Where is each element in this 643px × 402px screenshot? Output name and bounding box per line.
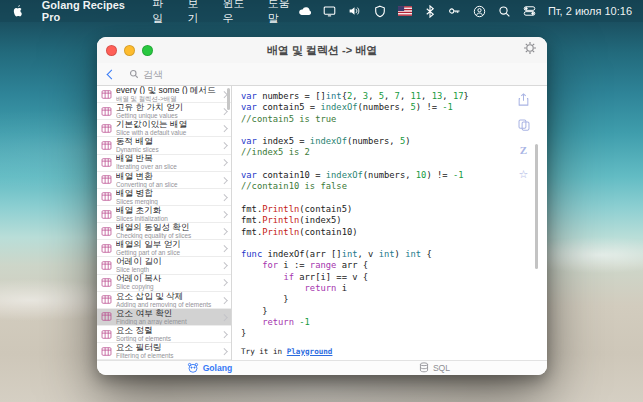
menu-bar: Golang Recipes Pro 파일 보기 윈도우 도움말 <box>0 0 643 22</box>
code-token <box>241 283 305 293</box>
playground-link[interactable]: Playground <box>287 347 333 356</box>
chevron-right-icon <box>221 331 227 337</box>
code-token: , v <box>358 249 379 259</box>
array-icon <box>101 294 112 305</box>
sidebar-item[interactable]: 어레이 복사Slice copying <box>97 275 231 292</box>
sidebar-scrollbar[interactable] <box>227 88 230 110</box>
close-button[interactable] <box>106 45 117 56</box>
shield-icon[interactable] <box>373 4 387 18</box>
sidebar-item-title: 배열 병합 <box>116 189 222 198</box>
sidebar-item-title: 요소 필터링 <box>116 343 222 352</box>
code-token: -1 <box>299 317 310 327</box>
code-token: int <box>379 249 395 259</box>
array-icon <box>101 311 112 322</box>
font-size-icon[interactable]: Z <box>517 143 530 156</box>
sidebar-item[interactable]: 배열의 일부 얻기Getting part of an slice <box>97 240 231 257</box>
code-token: } <box>241 294 289 304</box>
chevron-right-icon <box>221 262 227 268</box>
menu-help[interactable]: 도움말 <box>268 0 298 26</box>
tab-golang-label: Golang <box>203 363 233 373</box>
menu-bar-clock[interactable]: Пт, 2 июля 10:16 <box>548 5 632 17</box>
bluetooth-icon[interactable] <box>423 4 437 18</box>
sidebar-item[interactable]: 요소 여부 확인Finding an array element <box>97 309 231 326</box>
tab-sql-label: SQL <box>433 363 450 373</box>
sidebar-item[interactable]: 기본값이있는 배열Slice with a default value <box>97 120 231 137</box>
chevron-right-icon <box>221 177 227 183</box>
array-icon <box>101 209 112 220</box>
array-icon <box>101 191 112 202</box>
array-icon <box>101 329 112 340</box>
code-token: return <box>305 283 337 293</box>
code-token: fmt. <box>241 204 262 214</box>
sidebar-item[interactable]: 고유 한 가치 얻기Getting unique values <box>97 103 231 120</box>
bottom-tab-bar: Golang SQL <box>97 360 547 375</box>
sidebar-item-title: 어레이 길이 <box>116 257 222 266</box>
chevron-right-icon <box>221 245 227 251</box>
code-token: indexOf(arr [] <box>262 249 341 259</box>
sidebar-item[interactable]: 배열 변환Converting of an slice <box>97 172 231 189</box>
main-content: every () 및 some () 메서드배열 및 컬렉션->배열고유 한 가… <box>97 86 547 360</box>
active-app-name[interactable]: Golang Recipes Pro <box>42 0 138 23</box>
share-icon[interactable] <box>517 93 530 106</box>
search-input[interactable] <box>143 69 263 80</box>
copy-icon[interactable] <box>517 118 530 131</box>
spotlight-icon[interactable] <box>498 4 512 18</box>
cloud-icon[interactable] <box>298 4 312 18</box>
zoom-button[interactable] <box>142 45 153 56</box>
chevron-right-icon <box>221 314 227 320</box>
sidebar-item-title: 배열의 동일성 확인 <box>116 223 222 232</box>
sidebar-list: every () 및 some () 메서드배열 및 컬렉션->배열고유 한 가… <box>97 86 231 360</box>
sidebar-item[interactable]: 어레이 길이Slice length <box>97 257 231 274</box>
menu-view[interactable]: 보기 <box>187 0 207 26</box>
sidebar-item-subtitle: Checking equality of slices <box>116 233 222 239</box>
array-icon <box>101 346 112 357</box>
playground-note-prefix: Try it in <box>241 347 287 356</box>
tab-golang[interactable]: Golang <box>97 362 322 375</box>
toolbar <box>97 63 547 86</box>
sidebar-item[interactable]: every () 및 some () 메서드배열 및 컬렉션->배열 <box>97 86 231 103</box>
sidebar-item[interactable]: 요소 삽입 및 삭제Adding and removing of element… <box>97 292 231 309</box>
code-token <box>241 272 283 282</box>
sidebar-item-title: 배열 변환 <box>116 172 222 181</box>
sidebar-item[interactable]: 요소 필터링Filtering of elements <box>97 343 231 360</box>
back-button[interactable] <box>105 67 119 81</box>
search-box[interactable] <box>129 65 263 83</box>
sidebar-item[interactable]: 배열 반복Iterating over an slice <box>97 155 231 172</box>
tab-sql[interactable]: SQL <box>322 362 547 375</box>
array-icon <box>101 123 112 134</box>
code-token: Println <box>262 204 299 214</box>
code-token: , <box>421 91 432 101</box>
control-center-icon[interactable] <box>523 4 537 18</box>
display-icon[interactable] <box>323 4 337 18</box>
code-token: , <box>442 91 453 101</box>
code-scrollbar[interactable] <box>535 144 538 269</box>
code-panel: var numbers = []int{2, 3, 5, 7, 11, 13, … <box>232 86 547 360</box>
favorite-star-icon[interactable]: ☆ <box>517 168 530 181</box>
sidebar-item-subtitle: Slice length <box>116 267 222 273</box>
minimize-button[interactable] <box>124 45 135 56</box>
sidebar-item-title: 어레이 복사 <box>116 274 222 283</box>
us-flag-icon[interactable] <box>398 4 412 18</box>
menu-file[interactable]: 파일 <box>152 0 172 26</box>
sidebar-item[interactable]: 배열의 동일성 확인Checking equality of slices <box>97 223 231 240</box>
apple-logo-icon[interactable] <box>11 4 24 18</box>
sidebar-item[interactable]: 동적 배열Dynamic slices <box>97 137 231 154</box>
settings-gear-icon[interactable] <box>523 41 537 59</box>
sidebar-item[interactable]: 배열 초기화Slices initialization <box>97 206 231 223</box>
menu-window[interactable]: 윈도우 <box>223 0 253 26</box>
code-token: int <box>326 91 342 101</box>
code-token: func <box>241 249 262 259</box>
code-token: indexOf <box>310 136 347 146</box>
code-token: , <box>352 91 363 101</box>
code-token: indexOf <box>326 170 363 180</box>
array-icon <box>101 226 112 237</box>
user-switch-icon[interactable] <box>473 4 487 18</box>
code-action-bar: Z ☆ <box>517 93 530 181</box>
code-token: fmt. <box>241 215 262 225</box>
key-icon[interactable] <box>448 4 462 18</box>
title-bar[interactable]: 배열 및 컬렉션 -> 배열 <box>97 37 547 63</box>
sidebar-item[interactable]: 배열 병합Slices merging <box>97 189 231 206</box>
sidebar-item[interactable]: 요소 정렬Sorting of elements <box>97 326 231 343</box>
volume-icon[interactable] <box>348 4 362 18</box>
array-icon <box>101 157 112 168</box>
